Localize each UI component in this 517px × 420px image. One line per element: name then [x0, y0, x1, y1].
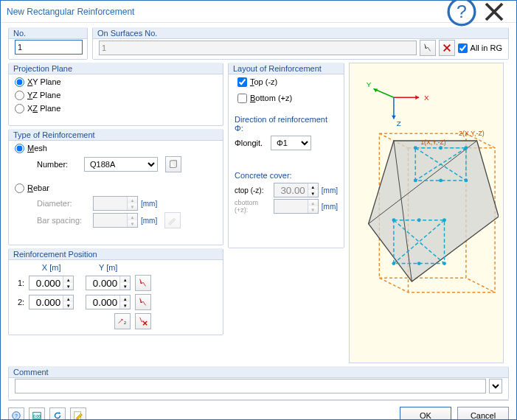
ok-button[interactable]: OK — [400, 407, 451, 420]
svg-point-31 — [417, 218, 421, 222]
radio-rebar[interactable]: Rebar — [15, 181, 217, 195]
window-title: New Rectangular Reinforcement — [7, 7, 445, 17]
group-type: Type of Reinforcement Mesh Number: Q188A… — [8, 129, 223, 245]
position-table: X [m] Y [m] 1: ▲▼ ▲▼ 2: ▲▼ — [15, 261, 154, 332]
ctop-spin[interactable]: ▲▼ — [274, 183, 319, 197]
direction-legend: Direction of reinforcement Φ: — [235, 115, 338, 133]
svg-point-26 — [439, 178, 443, 182]
edit-button-icon[interactable] — [70, 407, 86, 421]
svg-text:0.00: 0.00 — [33, 413, 41, 418]
pos-1x-spin[interactable]: ▲▼ — [29, 276, 74, 290]
bottom-check[interactable]: Bottom (+z) — [237, 91, 338, 105]
clear-surfaces-icon[interactable] — [439, 40, 455, 56]
svg-text:X: X — [424, 94, 429, 102]
svg-point-30 — [443, 262, 446, 265]
help-icon[interactable]: ? — [445, 1, 478, 22]
titlebar: New Rectangular Reinforcement ? — [1, 1, 516, 23]
svg-text:1(X,Y,-Z): 1(X,Y,-Z) — [420, 139, 446, 146]
comment-dropdown[interactable] — [489, 379, 502, 393]
close-icon[interactable] — [478, 1, 510, 22]
svg-text:Z: Z — [397, 119, 401, 127]
diameter-spin: ▲▼ — [93, 196, 138, 211]
svg-point-28 — [443, 218, 446, 222]
pick-point2-icon[interactable] — [135, 294, 151, 310]
svg-text:2(X,Y,-Z): 2(X,Y,-Z) — [459, 130, 485, 137]
svg-text:2→1: 2→1 — [124, 320, 128, 325]
radio-mesh[interactable]: Mesh — [15, 141, 217, 155]
comment-input[interactable] — [15, 379, 486, 393]
mesh-number-select[interactable]: Q188A — [84, 157, 158, 172]
top-check[interactable]: Top (-z) — [237, 75, 338, 88]
rebar-pick-icon — [164, 212, 181, 228]
svg-point-32 — [417, 262, 421, 265]
svg-point-25 — [439, 146, 443, 150]
pick-surfaces-icon[interactable] — [420, 40, 436, 56]
radio-xy-plane[interactable]: XY Plane — [15, 75, 217, 88]
delete-point-icon[interactable] — [135, 313, 151, 329]
svg-marker-8 — [392, 116, 396, 119]
reset-button-icon[interactable] — [49, 407, 66, 421]
group-layout: Layout of Reinforcement Top (-z) Bottom … — [228, 63, 344, 248]
surfaces-input — [99, 41, 417, 55]
svg-point-23 — [414, 178, 417, 182]
group-surfaces: On Surfaces No. All in RG — [92, 27, 509, 60]
pick-point1-icon[interactable] — [135, 275, 151, 291]
preview-svg: X Y Z — [354, 68, 499, 358]
group-comment: Comment — [8, 366, 509, 400]
help-button-icon[interactable]: ? — [8, 407, 24, 421]
svg-marker-4 — [415, 95, 419, 99]
svg-point-21 — [414, 146, 417, 150]
pos-2x-spin[interactable]: ▲▼ — [29, 295, 74, 309]
svg-point-24 — [464, 178, 468, 182]
cbottom-spin: ▲▼ — [274, 199, 319, 214]
pos-1y-spin[interactable]: ▲▼ — [86, 276, 131, 290]
barspacing-spin: ▲▼ — [93, 213, 138, 228]
preview-panel: X Y Z — [349, 63, 504, 363]
swap-points-icon[interactable]: 2→1 — [114, 313, 131, 329]
svg-text:?: ? — [457, 1, 467, 21]
radio-xz-plane[interactable]: XZ Plane — [15, 102, 217, 115]
phi-select[interactable]: Φ1 — [271, 136, 311, 150]
cover-legend: Concrete cover: — [235, 171, 338, 180]
svg-text:?: ? — [15, 413, 18, 418]
svg-point-22 — [464, 146, 468, 150]
svg-marker-12 — [369, 141, 499, 281]
mesh-library-icon[interactable] — [165, 156, 181, 172]
svg-point-29 — [392, 262, 395, 265]
no-input[interactable] — [15, 40, 83, 55]
footer: ? 0.00 OK Cancel — [8, 400, 509, 420]
group-position: Reinforcement Position X [m] Y [m] 1: ▲▼… — [8, 248, 223, 335]
pos-2y-spin[interactable]: ▲▼ — [86, 295, 131, 309]
cancel-button[interactable]: Cancel — [457, 407, 509, 420]
window-buttons: ? — [445, 1, 510, 22]
group-no: No. — [8, 27, 88, 60]
group-projection: Projection Plane XY Plane YZ Plane XZ Pl… — [8, 63, 223, 126]
svg-point-27 — [392, 218, 395, 222]
svg-marker-39 — [59, 411, 61, 413]
radio-yz-plane[interactable]: YZ Plane — [15, 88, 217, 102]
svg-text:Y: Y — [367, 80, 372, 88]
units-button-icon[interactable]: 0.00 — [29, 407, 45, 421]
all-in-rg-check[interactable]: All in RG — [458, 41, 502, 55]
